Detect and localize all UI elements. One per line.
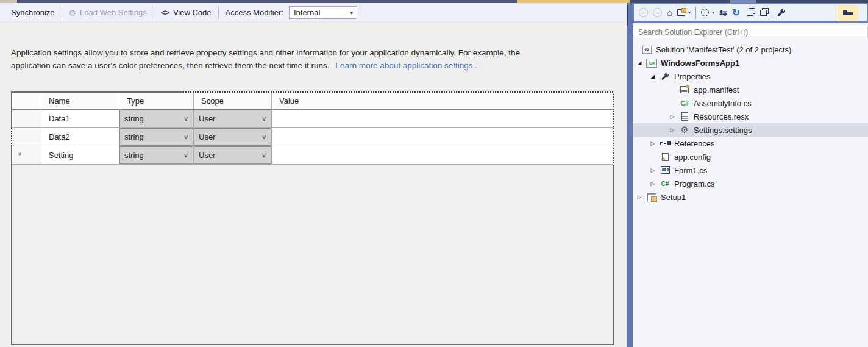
learn-more-link[interactable]: Learn more about application settings... <box>335 61 479 70</box>
scope-combobox[interactable]: User ∨ <box>194 110 271 127</box>
properties-wrench-icon[interactable] <box>777 9 786 17</box>
description-line1: Application settings allow you to store … <box>11 46 605 59</box>
tree-item-assemblyinfo[interactable]: C# AssemblyInfo.cs <box>633 96 868 110</box>
chevron-down-icon[interactable]: ▾ <box>712 10 714 15</box>
scope-combobox[interactable]: User ∨ <box>194 128 271 146</box>
tree-item-label: Settings.settings <box>694 126 752 135</box>
row-header-cell[interactable] <box>12 128 41 146</box>
setup-project-icon <box>646 193 657 201</box>
chevron-down-icon[interactable]: ▾ <box>688 10 691 15</box>
home-icon[interactable]: ⌂ <box>667 8 672 17</box>
tree-item-label: Properties <box>674 72 710 81</box>
tree-item-resources-resx[interactable]: ▷ Resources.resx <box>633 110 868 123</box>
tree-item-settings-settings[interactable]: ▷ ⚙ Settings.settings <box>633 123 868 137</box>
column-header-value[interactable]: Value <box>272 93 613 110</box>
name-cell[interactable]: Setting <box>41 146 119 165</box>
chevron-down-icon[interactable]: ∨ <box>257 151 271 159</box>
column-header-scope[interactable]: Scope <box>194 93 272 110</box>
view-code-button[interactable]: <> View Code <box>161 8 212 17</box>
scope-cell: User ∨ <box>194 146 272 165</box>
toolbar-separator <box>62 7 62 18</box>
value-cell[interactable] <box>272 146 613 165</box>
type-cell: string ∨ <box>119 146 194 165</box>
type-combobox[interactable]: string ∨ <box>119 110 193 127</box>
search-input[interactable] <box>633 27 867 38</box>
top-strip-segment <box>730 0 756 3</box>
name-cell[interactable]: Data1 <box>41 110 119 128</box>
scope-value: User <box>199 132 215 141</box>
top-strip-segment <box>0 0 17 3</box>
load-web-settings-label: Load Web Settings <box>80 8 147 17</box>
value-cell[interactable] <box>272 110 613 128</box>
table-row: Data2 string ∨ User ∨ <box>12 128 613 146</box>
chevron-down-icon[interactable]: ∨ <box>257 115 271 123</box>
show-all-files-icon[interactable] <box>760 10 767 16</box>
chevron-collapsed-icon[interactable]: ▷ <box>668 113 677 120</box>
chevron-down-icon[interactable]: ∨ <box>179 133 193 141</box>
resource-file-icon <box>679 112 690 121</box>
toolbar-separator <box>772 7 772 19</box>
tree-item-program[interactable]: ▷ C# Program.cs <box>633 177 868 190</box>
toolbar-separator <box>154 7 154 18</box>
solution-explorer-toolbar: ← → ⌂ ▾ ▾ ⇆ ↻ <box>633 3 868 23</box>
back-icon[interactable]: ← <box>639 8 648 17</box>
sync-with-active-document-icon[interactable]: ⇆ <box>719 8 727 17</box>
column-header-type[interactable]: Type <box>119 93 194 110</box>
tree-item-label: References <box>674 139 714 148</box>
load-web-settings-icon: ⚙ <box>69 9 77 17</box>
tree-item-app-config[interactable]: app.config <box>633 150 868 163</box>
csharp-file-icon: C# <box>679 100 690 107</box>
synchronize-button[interactable]: Synchronize <box>11 8 55 17</box>
access-modifier-dropdown[interactable]: Internal ▾ <box>289 6 357 19</box>
active-tab-remnant <box>517 0 630 3</box>
grid-focus-ants-top <box>183 91 614 93</box>
preview-selected-items-toggle[interactable] <box>838 5 858 21</box>
refresh-icon[interactable]: ↻ <box>732 8 740 18</box>
new-row-marker[interactable]: * <box>12 146 41 165</box>
grid-focus-ants-right <box>613 93 614 166</box>
chevron-expanded-icon[interactable]: ◢ <box>635 60 644 66</box>
switch-views-icon[interactable] <box>677 9 685 16</box>
solution-explorer-toolbar-tray: ← → ⌂ ▾ ▾ ⇆ ↻ <box>634 4 867 21</box>
row-header-cell[interactable] <box>12 110 41 128</box>
window-top-strip <box>0 0 868 3</box>
value-cell[interactable] <box>272 128 613 146</box>
solution-explorer-panel: ← → ⌂ ▾ ▾ ⇆ ↻ <box>627 0 868 347</box>
tree-item-references[interactable]: ▷ References <box>633 137 868 150</box>
chevron-collapsed-icon[interactable]: ▷ <box>635 194 644 200</box>
type-value: string <box>124 132 144 141</box>
pending-changes-filter-icon[interactable] <box>701 9 709 16</box>
chevron-collapsed-icon[interactable]: ▷ <box>649 167 657 173</box>
chevron-collapsed-icon[interactable]: ▷ <box>668 127 677 133</box>
scope-cell: User ∨ <box>194 128 272 146</box>
chevron-collapsed-icon[interactable]: ▷ <box>649 181 657 187</box>
tree-item-app-manifest[interactable]: app.manifest <box>633 83 868 96</box>
description-line2: application can save a user's color pref… <box>11 59 605 72</box>
scope-combobox[interactable]: User ∨ <box>194 146 271 164</box>
tree-item-windowsformsapp1[interactable]: ◢ C# WindowsFormsApp1 <box>633 56 868 70</box>
tree-item-label: Solution 'ManifestTest' (2 of 2 projects… <box>656 45 791 54</box>
table-row: Data1 string ∨ User ∨ <box>12 110 613 128</box>
column-header-name[interactable]: Name <box>41 93 119 110</box>
forward-icon[interactable]: → <box>653 8 662 17</box>
tree-item-form1[interactable]: ▷ Form1.cs <box>633 163 868 177</box>
tree-item-properties[interactable]: ◢ Properties <box>633 70 868 83</box>
chevron-expanded-icon[interactable]: ◢ <box>649 73 657 79</box>
name-cell[interactable]: Data2 <box>41 128 119 146</box>
solution-explorer-content: ← → ⌂ ▾ ▾ ⇆ ↻ <box>633 0 868 347</box>
panel-splitter[interactable] <box>627 0 633 347</box>
chevron-down-icon[interactable]: ∨ <box>179 151 193 159</box>
tree-item-label: app.manifest <box>694 85 739 95</box>
load-web-settings-button[interactable]: ⚙ Load Web Settings <box>69 8 147 17</box>
chevron-down-icon: ▾ <box>350 10 353 16</box>
type-combobox[interactable]: string ∨ <box>119 146 193 164</box>
type-combobox[interactable]: string ∨ <box>119 128 193 146</box>
collapse-all-icon[interactable] <box>747 10 753 16</box>
chevron-collapsed-icon[interactable]: ▷ <box>649 140 657 146</box>
tree-item-setup1[interactable]: ▷ Setup1 <box>633 190 868 204</box>
chevron-down-icon[interactable]: ∨ <box>257 133 271 141</box>
tree-item-solution[interactable]: ∞ Solution 'ManifestTest' (2 of 2 projec… <box>633 43 868 56</box>
scope-value: User <box>199 151 215 160</box>
grid-body: Data1 string ∨ User ∨ Data2 string <box>12 110 613 165</box>
chevron-down-icon[interactable]: ∨ <box>179 115 193 123</box>
